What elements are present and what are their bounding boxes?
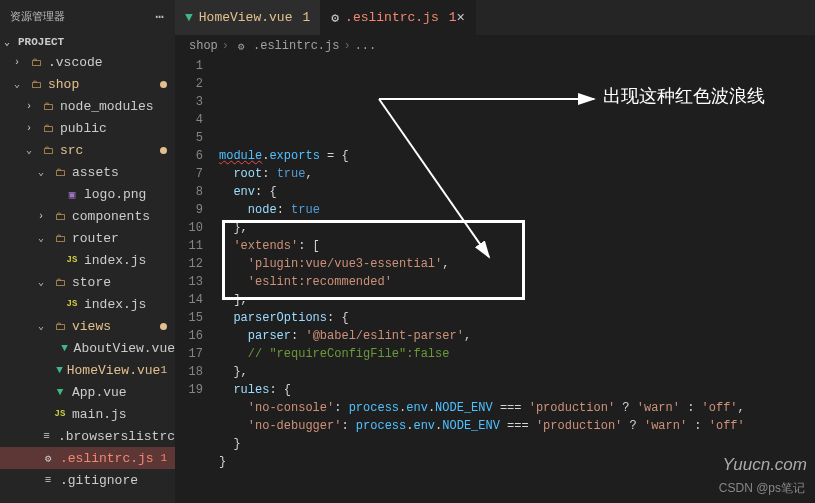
tree-item[interactable]: ›🗀node_modules [0, 95, 175, 117]
tree-item[interactable]: JSindex.js [0, 293, 175, 315]
tree-item-label: router [72, 231, 175, 246]
tabs-bar: ▼HomeView.vue1⚙.eslintrc.js1 × [175, 0, 815, 35]
tree-item[interactable]: ▼HomeView.vue1 [0, 359, 175, 381]
vue-icon: ▼ [60, 340, 70, 356]
line-number: 18 [175, 363, 203, 381]
breadcrumbs[interactable]: shop › ⚙ .eslintrc.js › ... [175, 35, 815, 57]
tree-item[interactable]: ≡.browserslistrc [0, 425, 175, 447]
chevron-icon: › [14, 57, 26, 68]
vue-icon: ▼ [52, 384, 68, 400]
code-line[interactable]: } [219, 435, 815, 453]
code-line[interactable]: parserOptions: { [219, 309, 815, 327]
tree-item[interactable]: ›🗀public [0, 117, 175, 139]
code-line[interactable]: parser: '@babel/eslint-parser', [219, 327, 815, 345]
code-line[interactable]: }, [219, 363, 815, 381]
tree-item-label: store [72, 275, 175, 290]
tree-item-label: AboutView.vue [74, 341, 175, 356]
modified-badge: 1 [160, 452, 167, 464]
tab-label: HomeView.vue [199, 10, 293, 25]
line-number: 5 [175, 129, 203, 147]
chevron-down-icon: ⌄ [4, 36, 16, 48]
line-number: 1 [175, 57, 203, 75]
explorer-sidebar: 资源管理器 ⋯ ⌄ PROJECT ›🗀.vscode⌄🗀shop›🗀node_… [0, 0, 175, 503]
chevron-right-icon: › [222, 39, 229, 53]
file-icon: ≡ [40, 472, 56, 488]
tree-item[interactable]: ⌄🗀views [0, 315, 175, 337]
tree-item[interactable]: ›🗀.vscode [0, 51, 175, 73]
line-number: 9 [175, 201, 203, 219]
js-icon: JS [64, 252, 80, 268]
tab-badge: 1 [302, 10, 310, 25]
line-number: 14 [175, 291, 203, 309]
tree-item[interactable]: ⌄🗀router [0, 227, 175, 249]
folder-icon: 🗀 [52, 208, 68, 224]
tree-item-label: .gitignore [60, 473, 175, 488]
tree-item-label: node_modules [60, 99, 175, 114]
breadcrumb-item[interactable]: shop [189, 39, 218, 53]
tree-item[interactable]: JSindex.js [0, 249, 175, 271]
line-number: 3 [175, 93, 203, 111]
folder-icon: 🗀 [52, 274, 68, 290]
code-content[interactable]: 出现这种红色波浪线 module.exports = { root: true,… [219, 57, 815, 503]
project-header[interactable]: ⌄ PROJECT [0, 33, 175, 51]
code-editor[interactable]: 12345678910111213141516171819 出现这种红色波浪线 … [175, 57, 815, 503]
tree-item[interactable]: ▼App.vue [0, 381, 175, 403]
folder-icon: 🗀 [40, 142, 56, 158]
code-line[interactable]: ], [219, 291, 815, 309]
code-line[interactable]: 'no-console': process.env.NODE_ENV === '… [219, 399, 815, 417]
tree-item[interactable]: ⌄🗀shop [0, 73, 175, 95]
code-line[interactable]: 'extends': [ [219, 237, 815, 255]
code-line[interactable]: env: { [219, 183, 815, 201]
tree-item[interactable]: ⚙.eslintrc.js1 [0, 447, 175, 469]
code-line[interactable]: rules: { [219, 381, 815, 399]
tree-item[interactable]: ⌄🗀src [0, 139, 175, 161]
code-line[interactable]: 'no-debugger': process.env.NODE_ENV === … [219, 417, 815, 435]
code-line[interactable]: }, [219, 219, 815, 237]
tree-item[interactable]: ▣logo.png [0, 183, 175, 205]
chevron-icon: ⌄ [14, 78, 26, 90]
tree-item-label: App.vue [72, 385, 175, 400]
tree-item-label: .browserslistrc [58, 429, 175, 444]
breadcrumb-item[interactable]: ... [355, 39, 377, 53]
code-line[interactable]: 'eslint:recommended' [219, 273, 815, 291]
modified-dot [160, 81, 167, 88]
more-icon[interactable]: ⋯ [156, 8, 165, 25]
tree-item-label: logo.png [84, 187, 175, 202]
modified-badge: 1 [160, 364, 167, 376]
tree-item[interactable]: ▼AboutView.vue [0, 337, 175, 359]
code-line[interactable]: node: true [219, 201, 815, 219]
close-icon[interactable]: × [457, 10, 465, 26]
code-line[interactable]: root: true, [219, 165, 815, 183]
breadcrumb-item[interactable]: .eslintrc.js [253, 39, 339, 53]
chevron-icon: ⌄ [38, 166, 50, 178]
file-tree: ›🗀.vscode⌄🗀shop›🗀node_modules›🗀public⌄🗀s… [0, 51, 175, 503]
js-icon: JS [64, 296, 80, 312]
tree-item-label: .vscode [48, 55, 175, 70]
editor-tab[interactable]: ⚙.eslintrc.js1 × [321, 0, 476, 35]
tree-item-label: main.js [72, 407, 175, 422]
line-number: 6 [175, 147, 203, 165]
tree-item[interactable]: JSmain.js [0, 403, 175, 425]
folder-icon: 🗀 [28, 54, 44, 70]
code-line[interactable]: // "requireConfigFile":false [219, 345, 815, 363]
line-number: 7 [175, 165, 203, 183]
line-number: 19 [175, 381, 203, 399]
code-line[interactable]: module.exports = { [219, 147, 815, 165]
file-icon: ≡ [39, 428, 54, 444]
code-line[interactable]: 'plugin:vue/vue3-essential', [219, 255, 815, 273]
chevron-icon: › [38, 211, 50, 222]
tree-item[interactable]: ≡.gitignore [0, 469, 175, 491]
line-number: 12 [175, 255, 203, 273]
annotation-text: 出现这种红色波浪线 [603, 87, 765, 105]
project-name: PROJECT [18, 36, 64, 48]
js-icon: JS [52, 406, 68, 422]
line-number: 15 [175, 309, 203, 327]
line-number: 11 [175, 237, 203, 255]
watermark: CSDN @ps笔记 [719, 480, 805, 497]
sidebar-header: 资源管理器 ⋯ [0, 0, 175, 33]
editor-tab[interactable]: ▼HomeView.vue1 [175, 0, 321, 35]
tree-item[interactable]: ›🗀components [0, 205, 175, 227]
tree-item[interactable]: ⌄🗀store [0, 271, 175, 293]
tree-item[interactable]: ⌄🗀assets [0, 161, 175, 183]
line-number: 13 [175, 273, 203, 291]
